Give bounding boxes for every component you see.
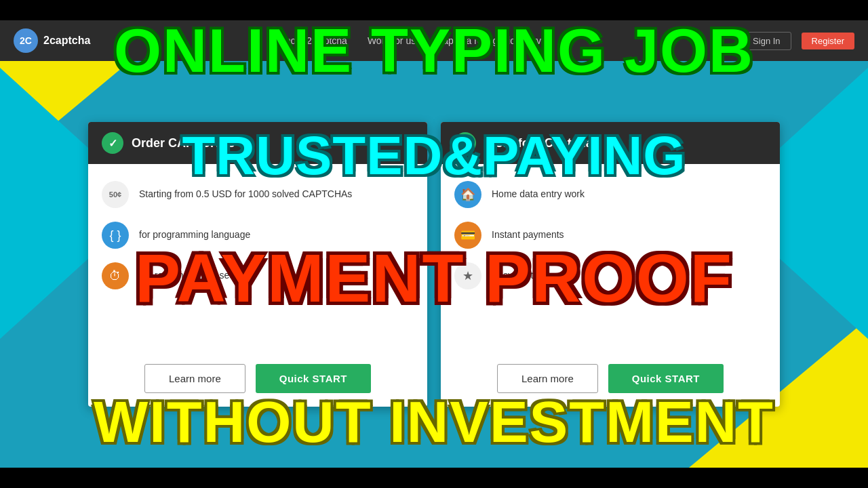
register-button[interactable]: Register — [802, 33, 854, 49]
logo: 2C 2captcha — [14, 28, 90, 53]
navbar: 2C 2captcha About 2Captcha Work for us C… — [0, 20, 868, 61]
home-icon: 🏠 — [454, 181, 481, 208]
feature-language: { } for programming language — [102, 222, 414, 249]
signin-button[interactable]: Sign In — [742, 32, 791, 50]
learn-more-button-right[interactable]: Learn more — [497, 364, 598, 393]
feature-easy: ★ Easy to start — [454, 262, 766, 289]
easy-icon: ★ — [454, 262, 481, 289]
nav-link-captcha[interactable]: Captcha recognition service — [436, 35, 553, 46]
quick-start-button-left[interactable]: Quick START — [256, 364, 371, 393]
feature-response-text: Av. response time: sec — [139, 269, 234, 283]
feature-price: 50¢ Starting from 0.5 USD for 1000 solve… — [102, 181, 414, 208]
learn-more-button-left[interactable]: Learn more — [144, 364, 245, 393]
nav-actions: Sign In Register — [742, 32, 854, 50]
nav-link-work[interactable]: Work for us — [368, 35, 416, 46]
feature-instant-text: Instant payments — [492, 228, 564, 242]
logo-icon: 2C — [14, 28, 38, 53]
black-bar-bottom — [0, 468, 868, 488]
nav-links: About 2Captcha Work for us Captcha recog… — [104, 35, 728, 46]
work-captcha-card: $ Work for 2Captcha 🏠 Home data entry wo… — [441, 122, 780, 407]
payment-icon: 💳 — [454, 222, 481, 249]
feature-easy-text: Easy to start — [492, 269, 545, 283]
card-right-title: Work for 2Captcha — [484, 136, 593, 150]
nav-link-about[interactable]: About 2Captcha — [279, 35, 347, 46]
card-right-header: $ Work for 2Captcha — [441, 122, 780, 164]
card-left-footer: Learn more Quick START — [88, 350, 427, 407]
feature-response: ⏱ Av. response time: sec — [102, 262, 414, 289]
black-bar-top — [0, 0, 868, 20]
feature-home: 🏠 Home data entry work — [454, 181, 766, 208]
price-badge: 50¢ — [102, 181, 129, 208]
feature-home-text: Home data entry work — [492, 188, 585, 201]
card-right-body: 🏠 Home data entry work 💳 Instant payment… — [441, 164, 780, 350]
card-left-header: ✓ Order CAPTCHAs — [88, 122, 427, 164]
clock-icon: ⏱ — [102, 262, 129, 289]
card-left-title: Order CAPTCHAs — [132, 136, 235, 150]
card-left-body: 50¢ Starting from 0.5 USD for 1000 solve… — [88, 164, 427, 350]
code-icon: { } — [102, 222, 129, 249]
logo-text: 2captcha — [43, 35, 90, 47]
order-captchas-card: ✓ Order CAPTCHAs 50¢ Starting from 0.5 U… — [88, 122, 427, 407]
main-content: ✓ Order CAPTCHAs 50¢ Starting from 0.5 U… — [0, 61, 868, 468]
card-right-footer: Learn more Quick START — [441, 350, 780, 407]
feature-language-text: for programming language — [139, 228, 250, 242]
quick-start-button-right[interactable]: Quick START — [608, 364, 724, 393]
dollar-icon: $ — [454, 132, 476, 154]
feature-instant: 💳 Instant payments — [454, 222, 766, 249]
check-icon: ✓ — [102, 132, 123, 154]
feature-price-text: Starting from 0.5 USD for 1000 solved CA… — [139, 188, 352, 201]
